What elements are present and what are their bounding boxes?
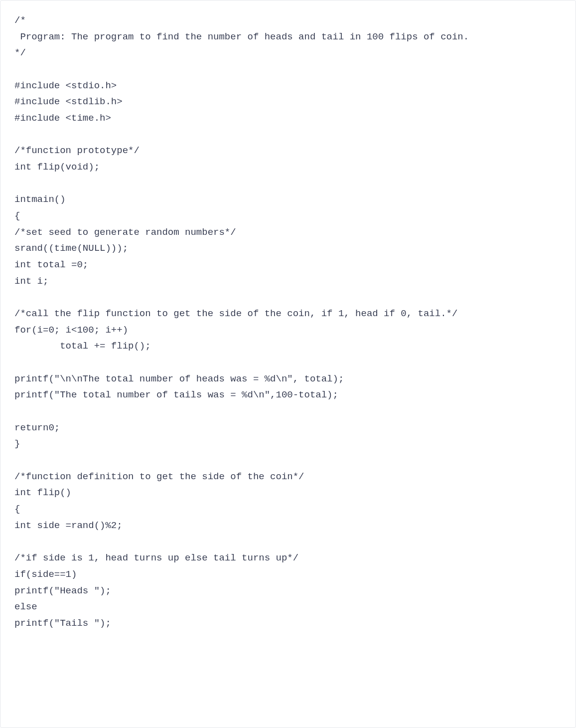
code-block: /* Program: The program to find the numb… xyxy=(0,0,576,728)
